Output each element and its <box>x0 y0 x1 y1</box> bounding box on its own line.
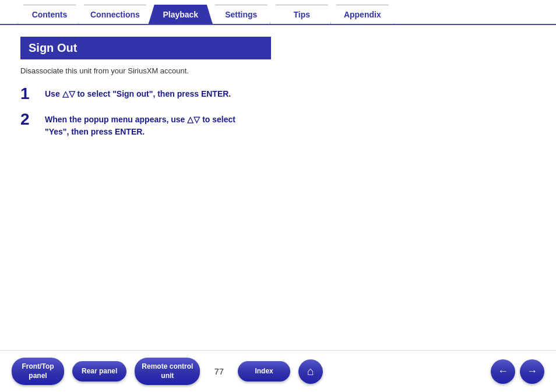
forward-button[interactable]: → <box>520 359 544 384</box>
front-top-panel-button[interactable]: Front/Toppanel <box>12 358 64 385</box>
tab-appendix[interactable]: Appendix <box>330 5 395 24</box>
tab-settings[interactable]: Settings <box>209 5 273 24</box>
remote-control-button[interactable]: Remote controlunit <box>135 358 200 385</box>
step-1: 1 Use △▽ to select "Sign out", then pres… <box>20 86 536 102</box>
forward-icon: → <box>527 365 537 377</box>
home-icon: ⌂ <box>307 365 314 378</box>
back-icon: ← <box>498 365 508 377</box>
footer-left-buttons: Front/Toppanel Rear panel Remote control… <box>12 358 491 385</box>
footer-right-buttons: ← → <box>491 359 544 384</box>
tab-tips[interactable]: Tips <box>270 5 334 24</box>
step-2: 2 When the popup menu appears, use △▽ to… <box>20 111 536 138</box>
nav-tabs: ContentsConnectionsPlaybackSettingsTipsA… <box>0 0 556 25</box>
step-2-number: 2 <box>20 111 45 128</box>
tab-connections[interactable]: Connections <box>78 5 152 24</box>
step-1-text: Use △▽ to select "Sign out", then press … <box>45 86 231 100</box>
index-button[interactable]: Index <box>238 361 290 382</box>
step-2-text: When the popup menu appears, use △▽ to s… <box>45 111 235 138</box>
footer: Front/Toppanel Rear panel Remote control… <box>0 350 556 392</box>
home-button[interactable]: ⌂ <box>298 359 323 384</box>
page-number: 77 <box>214 366 224 376</box>
tab-contents[interactable]: Contents <box>17 5 82 24</box>
rear-panel-button[interactable]: Rear panel <box>72 361 126 382</box>
step-1-number: 1 <box>20 86 45 102</box>
section-title: Sign Out <box>29 41 77 54</box>
back-button[interactable]: ← <box>491 359 515 384</box>
section-subtitle: Disassociate this unit from your SiriusX… <box>20 66 536 75</box>
tab-playback[interactable]: Playback <box>149 5 213 24</box>
section-header: Sign Out <box>20 37 271 59</box>
main-content: Sign Out Disassociate this unit from you… <box>0 25 556 153</box>
